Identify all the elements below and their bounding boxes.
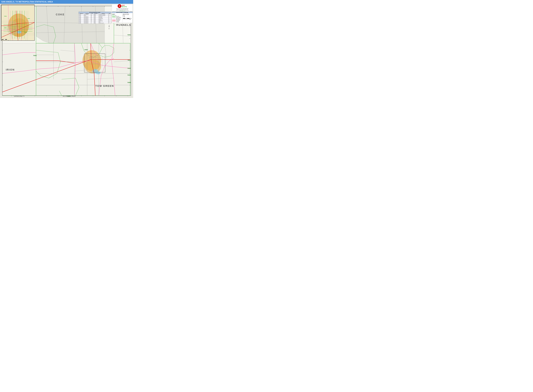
svg-rect-102	[96, 57, 97, 57]
zip-label-76940: 76940	[127, 60, 131, 61]
svg-text:76903: 76903	[27, 18, 30, 19]
zip-col-4: ZIP Code	[94, 13, 98, 14]
legend-item-county: County	[112, 15, 122, 16]
table-row: 76905SAN ANGELON376950SHERWOODN6	[79, 20, 111, 22]
map-container: COKE RUNNELS IRION TOM GREEN 76934 76901…	[0, 4, 133, 98]
svg-text:76905: 76905	[24, 32, 27, 33]
legend-item-primary: Primary Streets	[112, 17, 122, 17]
legend-item-toll: Toll Roads	[112, 22, 122, 22]
svg-rect-93	[90, 57, 90, 58]
svg-text:76901: 76901	[4, 27, 7, 28]
county-label-tomgreen: TOM GREEN	[95, 84, 114, 88]
table-row: 76903SAN ANGELOM276934CARLSBADE1	[79, 17, 111, 18]
svg-rect-99	[94, 57, 94, 57]
svg-rect-140	[2, 39, 4, 40]
svg-rect-107	[92, 58, 93, 58]
svg-rect-103	[89, 58, 90, 59]
bottom-label-crockett: CROCKETT	[14, 95, 25, 97]
legend-city-symbol: ■ City — — —	[123, 15, 132, 15]
legend-item-interstate: Interstates	[112, 21, 122, 22]
svg-rect-105	[91, 58, 91, 58]
zip-col-5: ZIP Name	[98, 13, 108, 14]
logo-website: www.MarketMaps.com	[119, 11, 125, 11]
bottom-label-schleicher: SCHLEICHER	[63, 95, 76, 97]
svg-text:0: 0	[2, 40, 2, 41]
svg-rect-92	[89, 57, 90, 57]
legend-county-label: County	[112, 14, 122, 14]
table-row: 76902SAN ANGELOB276930BARNHARTB2	[79, 16, 111, 17]
svg-point-14	[96, 71, 101, 74]
county-label-coke: COKE	[56, 13, 65, 16]
svg-text:1: 1	[5, 40, 5, 41]
svg-rect-106	[92, 59, 92, 59]
zip-col-1: ZIP Code	[79, 13, 84, 14]
legend-cities-label: Cities and Towns	[123, 14, 132, 14]
page-header: SAN ANGELO, TX METROPOLITAN STATISTICAL …	[0, 0, 133, 4]
table-row: 76901MILESM376906GOODFELLOW AFBN2	[79, 15, 111, 16]
legend-town-symbol: ● City	[123, 16, 132, 16]
svg-rect-141	[4, 39, 5, 40]
legend-item-minor: Minor Streets	[112, 18, 122, 19]
inset-map-inner: 76901 76903 76904 76905 0 1 2 Mi	[1, 5, 34, 40]
svg-text:76904: 76904	[4, 16, 7, 17]
zip-col-6: LOC	[108, 13, 111, 14]
zip-label-76903: 76903	[84, 49, 88, 51]
legend-item-secondary: Secondary Streets	[112, 18, 122, 18]
svg-rect-94	[91, 57, 91, 57]
logo-area: M arket MAPS CALL US TOLL FREE: 1-888-43…	[112, 4, 133, 11]
legend-scale-section: 0 10 20 30 Miles	[123, 18, 132, 20]
legend-title: 2016 San Angelo, TX MSA Map	[112, 12, 133, 13]
zip-table-title: ZIP Code Index/Grid Locator	[79, 12, 111, 13]
legend-small-city-symbol: ● City	[123, 17, 132, 17]
zip-label-76955: 76955	[127, 82, 131, 83]
legend-item-zipcode: ZIP Code	[112, 16, 122, 17]
svg-text:N: N	[109, 28, 109, 29]
zip-label-76901: 76901	[33, 55, 37, 56]
svg-rect-98	[94, 57, 94, 58]
county-label-runnels: RUNNELS	[116, 23, 131, 27]
zip-label-76957: 76957	[127, 74, 131, 76]
inset-map-svg: 76901 76903 76904 76905 0 1 2 Mi	[1, 5, 35, 41]
svg-rect-97	[93, 57, 93, 57]
north-arrow-svg: N	[108, 25, 111, 29]
svg-rect-100	[95, 57, 95, 58]
logo-callout: CALL US TOLL FREE: 1-888-434-MAPS (6277)…	[116, 8, 128, 10]
svg-text:2 Mi: 2 Mi	[8, 40, 9, 41]
county-label-irion: IRION	[6, 68, 15, 71]
table-row: 76906SAN ANGELOL476958WATER VALLEYS2	[79, 23, 111, 23]
north-arrow: N	[108, 25, 111, 28]
legend-item-state-hwy: State Highways	[112, 19, 122, 20]
svg-rect-96	[92, 56, 92, 57]
table-row: 76904SAN ANGELOM376940MERETAN3	[79, 19, 111, 20]
legend-box: 2016 San Angelo, TX MSA Map County Count…	[112, 12, 133, 23]
svg-marker-3	[36, 43, 130, 96]
table-row: 76905SAN ANGELOC276957WALLM3	[79, 22, 111, 23]
svg-rect-101	[96, 57, 96, 57]
page-title: SAN ANGELO, TX METROPOLITAN STATISTICAL …	[1, 1, 53, 3]
table-row: 76901SAN ANGELOA276900GOODFELLOW AFBC2	[79, 14, 111, 15]
zip-col-2: ZIP Name	[84, 13, 91, 14]
svg-rect-104	[90, 59, 91, 59]
zip-col-3: LOC	[91, 13, 94, 14]
svg-rect-95	[91, 57, 92, 57]
zip-label-76861: 76861	[127, 34, 131, 36]
zip-index-table: ZIP Code Index/Grid Locator ZIP Code ZIP…	[79, 12, 111, 24]
inset-map: 76901 76903 76904 76905 0 1 2 Mi	[1, 5, 35, 41]
table-row: 76903SAN ANGELON276935CHRISTOVALN5	[79, 18, 111, 19]
zip-label-76937: 76937	[127, 68, 131, 69]
legend-item-us-hwy: US Highways	[112, 20, 122, 21]
svg-rect-142	[5, 39, 7, 40]
